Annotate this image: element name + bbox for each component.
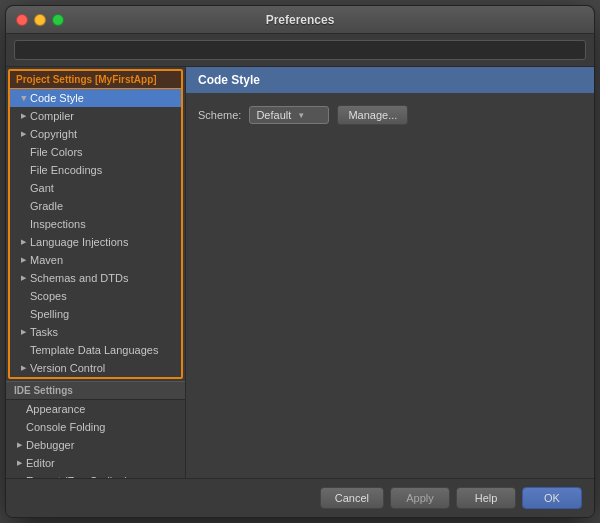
sidebar-item-inspections[interactable]: Inspections [10,215,181,233]
editor-arrow-icon [14,458,24,468]
project-settings-group: Project Settings [MyFirstApp] Code Style… [8,69,183,379]
sidebar-item-label-file-encodings: File Encodings [30,164,102,176]
tasks-arrow-icon [18,327,28,337]
version-control-arrow-icon [18,363,28,373]
sidebar-item-compiler[interactable]: Compiler [10,107,181,125]
sidebar-item-gant[interactable]: Gant [10,179,181,197]
sidebar-item-label-debugger: Debugger [26,439,74,451]
scheme-value: Default [256,109,291,121]
main-content: Project Settings [MyFirstApp] Code Style… [6,67,594,478]
maximize-button[interactable] [52,14,64,26]
dialog-title: Preferences [266,13,335,27]
sidebar-item-schemas-dtds[interactable]: Schemas and DTDs [10,269,181,287]
sidebar-item-file-encodings[interactable]: File Encodings [10,161,181,179]
sidebar-item-label-inspections: Inspections [30,218,86,230]
sidebar-item-file-colors[interactable]: File Colors [10,143,181,161]
sidebar-item-label-spelling: Spelling [30,308,69,320]
project-items-list: Code StyleCompilerCopyrightFile ColorsFi… [10,89,181,377]
gant-arrow-spacer [18,183,28,193]
search-bar [6,34,594,67]
apply-button[interactable]: Apply [390,487,450,509]
sidebar-item-copyright[interactable]: Copyright [10,125,181,143]
sidebar-item-label-maven: Maven [30,254,63,266]
search-input[interactable] [14,40,586,60]
ide-settings-header: IDE Settings [6,381,185,400]
file-encodings-arrow-spacer [18,165,28,175]
gradle-arrow-spacer [18,201,28,211]
content-header: Code Style [186,67,594,93]
code-style-arrow-icon [18,93,28,103]
schemas-dtds-arrow-icon [18,273,28,283]
sidebar: Project Settings [MyFirstApp] Code Style… [6,67,186,478]
sidebar-item-spelling[interactable]: Spelling [10,305,181,323]
language-injections-arrow-icon [18,237,28,247]
sidebar-item-label-language-injections: Language Injections [30,236,128,248]
ide-items-list: AppearanceConsole FoldingDebuggerEditorE… [6,400,185,478]
sidebar-item-scopes[interactable]: Scopes [10,287,181,305]
minimize-button[interactable] [34,14,46,26]
sidebar-item-label-scopes: Scopes [30,290,67,302]
appearance-arrow-spacer [14,404,24,414]
spelling-arrow-spacer [18,309,28,319]
cancel-button[interactable]: Cancel [320,487,384,509]
inspections-arrow-spacer [18,219,28,229]
sidebar-item-maven[interactable]: Maven [10,251,181,269]
content-body: Scheme: Default ▼ Manage... [186,93,594,478]
sidebar-item-label-appearance: Appearance [26,403,85,415]
sidebar-item-language-injections[interactable]: Language Injections [10,233,181,251]
sidebar-item-console-folding[interactable]: Console Folding [6,418,185,436]
sidebar-item-label-copyright: Copyright [30,128,77,140]
sidebar-item-editor[interactable]: Editor [6,454,185,472]
sidebar-item-label-gant: Gant [30,182,54,194]
sidebar-item-label-gradle: Gradle [30,200,63,212]
preferences-dialog: Preferences Project Settings [MyFirstApp… [5,5,595,518]
scopes-arrow-spacer [18,291,28,301]
compiler-arrow-icon [18,111,28,121]
scheme-label: Scheme: [198,109,241,121]
sidebar-item-label-template-data-languages: Template Data Languages [30,344,158,356]
window-controls [16,14,64,26]
sidebar-item-label-file-colors: File Colors [30,146,83,158]
sidebar-item-template-data-languages[interactable]: Template Data Languages [10,341,181,359]
sidebar-item-tasks[interactable]: Tasks [10,323,181,341]
copyright-arrow-icon [18,129,28,139]
ok-button[interactable]: OK [522,487,582,509]
sidebar-item-code-style[interactable]: Code Style [10,89,181,107]
content-area: Code Style Scheme: Default ▼ Manage... [186,67,594,478]
file-colors-arrow-spacer [18,147,28,157]
sidebar-item-label-console-folding: Console Folding [26,421,106,433]
sidebar-item-version-control[interactable]: Version Control [10,359,181,377]
scheme-dropdown-icon: ▼ [297,111,305,120]
project-settings-header: Project Settings [MyFirstApp] [10,71,181,89]
help-button[interactable]: Help [456,487,516,509]
sidebar-item-label-code-style: Code Style [30,92,84,104]
template-data-languages-arrow-spacer [18,345,28,355]
sidebar-item-label-compiler: Compiler [30,110,74,122]
sidebar-item-gradle[interactable]: Gradle [10,197,181,215]
sidebar-item-label-tasks: Tasks [30,326,58,338]
sidebar-item-label-schemas-dtds: Schemas and DTDs [30,272,128,284]
sidebar-item-appearance[interactable]: Appearance [6,400,185,418]
sidebar-item-label-version-control: Version Control [30,362,105,374]
footer: Cancel Apply Help OK [6,478,594,517]
debugger-arrow-icon [14,440,24,450]
sidebar-item-debugger[interactable]: Debugger [6,436,185,454]
scheme-select[interactable]: Default ▼ [249,106,329,124]
title-bar: Preferences [6,6,594,34]
manage-button[interactable]: Manage... [337,105,408,125]
sidebar-item-label-editor: Editor [26,457,55,469]
close-button[interactable] [16,14,28,26]
console-folding-arrow-spacer [14,422,24,432]
scheme-row: Scheme: Default ▼ Manage... [198,105,582,125]
maven-arrow-icon [18,255,28,265]
